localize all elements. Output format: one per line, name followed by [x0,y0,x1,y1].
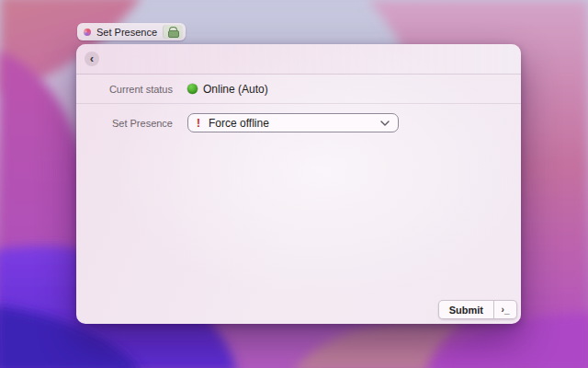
alert-icon: ! [197,118,200,129]
current-status-label: Current status [76,84,173,95]
window-header: ‹ [76,44,521,75]
app-favicon-icon [84,29,91,36]
set-presence-window: ‹ Current status Online (Auto) Set Prese… [76,44,521,324]
online-status-dot-icon [187,84,198,94]
submit-button[interactable]: Submit [439,301,493,318]
set-presence-row: Set Presence ! Force offline [76,104,521,142]
presence-selected-option: Force offline [209,117,269,130]
tab-title: Set Presence [96,27,157,38]
terminal-prompt-icon[interactable]: ›_ [494,301,516,318]
desktop: Set Presence ‹ Current status Online (Au… [0,0,588,368]
chevron-down-icon [380,121,390,126]
lock-icon[interactable] [163,25,183,39]
submit-button-group: Submit ›_ [438,300,517,319]
set-presence-label: Set Presence [76,118,173,129]
presence-select[interactable]: ! Force offline [187,113,399,132]
app-tab[interactable]: Set Presence [77,23,186,40]
chevron-left-icon: ‹ [90,52,94,64]
current-status-row: Current status Online (Auto) [76,75,521,104]
current-status-value: Online (Auto) [203,83,268,96]
back-button[interactable]: ‹ [85,52,99,66]
